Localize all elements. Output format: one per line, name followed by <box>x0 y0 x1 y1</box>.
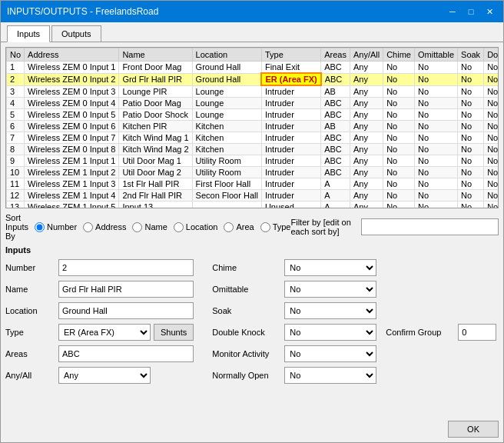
areas-label: Areas <box>5 349 55 358</box>
sort-address-radio[interactable] <box>83 222 93 232</box>
table-row[interactable]: 7Wireless ZEM 0 Input 7Kitch Wind Mag 1K… <box>7 132 499 144</box>
number-input[interactable] <box>58 259 194 276</box>
soak-label: Soak <box>212 306 281 315</box>
sort-area-radio[interactable] <box>224 222 234 232</box>
monitor-row: Monitor Activity No Yes <box>212 345 496 362</box>
soak-row: Soak No Yes <box>212 302 496 319</box>
confirm-group-input[interactable] <box>458 324 496 341</box>
monitor-label: Monitor Activity <box>212 349 281 358</box>
col-header-no: No <box>7 48 25 62</box>
tab-outputs[interactable]: Outputs <box>51 25 101 42</box>
sort-label: Sort Inputs By <box>5 213 28 241</box>
sort-address-label[interactable]: Address <box>83 222 126 232</box>
maximize-button[interactable]: □ <box>463 4 479 19</box>
col-header-omit: Omittable <box>414 48 457 62</box>
col-header-type: Type <box>261 48 320 62</box>
anyall-select[interactable]: Any All <box>58 367 151 384</box>
title-bar-controls: ─ □ ✕ <box>445 4 497 19</box>
table-row[interactable]: 11Wireless ZEM 1 Input 31st Flr Hall PIR… <box>7 178 499 190</box>
table-row[interactable]: 8Wireless ZEM 0 Input 8Kitch Wind Mag 2K… <box>7 144 499 155</box>
right-panel: Chime No Yes Omittable No Yes Soak <box>212 259 496 386</box>
tab-bar: Inputs Outputs <box>1 22 503 42</box>
col-header-areas: Areas <box>321 48 350 62</box>
bottom-row: OK <box>5 421 499 438</box>
anyall-label: Any/All <box>5 371 55 380</box>
sort-filter-row: Sort Inputs By Number Address Name Locat… <box>5 213 499 241</box>
window-title: INPUTS/OUTPUTS - FreelandsRoad <box>7 6 158 17</box>
table-row[interactable]: 2Wireless ZEM 0 Input 2Grd Flr Hall PIRG… <box>7 73 499 85</box>
omit-label: Omittable <box>212 285 281 294</box>
table-row[interactable]: 9Wireless ZEM 1 Input 1Util Door Mag 1Ut… <box>7 155 499 167</box>
normopen-label: Normally Open <box>212 371 281 380</box>
name-input[interactable] <box>58 281 194 298</box>
table-row[interactable]: 10Wireless ZEM 1 Input 2Util Door Mag 2U… <box>7 167 499 178</box>
location-row: Location <box>5 302 194 319</box>
col-header-dout: Dout <box>484 48 499 62</box>
title-bar: INPUTS/OUTPUTS - FreelandsRoad ─ □ ✕ <box>1 1 503 22</box>
areas-input[interactable] <box>58 345 194 362</box>
number-row: Number <box>5 259 194 276</box>
minimize-button[interactable]: ─ <box>445 4 460 19</box>
col-header-soak: Soak <box>458 48 484 62</box>
sort-number-label[interactable]: Number <box>35 222 77 232</box>
filter-input[interactable] <box>361 218 499 235</box>
close-button[interactable]: ✕ <box>482 4 497 19</box>
omit-row: Omittable No Yes <box>212 281 496 298</box>
ok-button[interactable]: OK <box>448 421 499 438</box>
monitor-select[interactable]: No Yes <box>284 345 376 362</box>
chime-label: Chime <box>212 263 281 272</box>
tab-inputs[interactable]: Inputs <box>7 25 50 42</box>
col-header-location: Location <box>192 48 261 62</box>
col-header-address: Address <box>25 48 119 62</box>
sort-location-label[interactable]: Location <box>174 222 218 232</box>
table-row[interactable]: 5Wireless ZEM 0 Input 5Patio Door ShockL… <box>7 109 499 121</box>
shunts-button[interactable]: Shunts <box>154 324 194 341</box>
inputs-table: No Address Name Location Type Areas Any/… <box>6 48 499 208</box>
sort-number-radio[interactable] <box>35 222 45 232</box>
anyall-row: Any/All Any All <box>5 367 194 384</box>
table-row[interactable]: 12Wireless ZEM 1 Input 42nd Flr Hall PIR… <box>7 190 499 202</box>
chime-row: Chime No Yes <box>212 259 496 276</box>
sort-section: Sort Inputs By Number Address Name Locat… <box>5 213 291 241</box>
sort-location-radio[interactable] <box>174 222 184 232</box>
inputs-table-container[interactable]: No Address Name Location Type Areas Any/… <box>5 47 499 208</box>
left-panel: Number Name Location Type ER (Area FX) F… <box>5 259 194 386</box>
sort-type-radio[interactable] <box>260 222 270 232</box>
location-label: Location <box>5 306 55 315</box>
type-row: Type ER (Area FX) Final Exit Intruder Un… <box>5 324 194 341</box>
table-row[interactable]: 1Wireless ZEM 0 Input 1Front Door MagGro… <box>7 62 499 74</box>
type-label: Type <box>5 328 55 337</box>
soak-select[interactable]: No Yes <box>284 302 376 319</box>
dblknock-row: Double Knock No Yes Confirm Group <box>212 324 496 341</box>
name-row: Name <box>5 281 194 298</box>
dblknock-label: Double Knock <box>212 328 281 337</box>
location-input[interactable] <box>58 302 194 319</box>
areas-row: Areas <box>5 345 194 362</box>
number-label: Number <box>5 263 55 272</box>
table-row[interactable]: 13Wireless ZEM 1 Input 5Input 13UnusedAA… <box>7 202 499 209</box>
col-header-chime: Chime <box>383 48 415 62</box>
type-select[interactable]: ER (Area FX) Final Exit Intruder Unused <box>58 324 151 341</box>
table-row[interactable]: 3Wireless ZEM 0 Input 3Lounge PIRLoungeI… <box>7 85 499 98</box>
sort-area-label[interactable]: Area <box>224 222 254 232</box>
sort-name-label[interactable]: Name <box>132 222 167 232</box>
sort-name-radio[interactable] <box>132 222 142 232</box>
main-window: INPUTS/OUTPUTS - FreelandsRoad ─ □ ✕ Inp… <box>0 0 504 443</box>
normopen-row: Normally Open No Yes <box>212 367 496 384</box>
confirm-group-label: Confirm Group <box>386 328 455 337</box>
name-label: Name <box>5 285 55 294</box>
filter-label: Filter by [edit on each sort by] <box>291 218 356 236</box>
filter-section: Filter by [edit on each sort by] <box>291 218 499 236</box>
normopen-select[interactable]: No Yes <box>284 367 376 384</box>
main-content: No Address Name Location Type Areas Any/… <box>1 42 503 442</box>
chime-select[interactable]: No Yes <box>284 259 376 276</box>
table-row[interactable]: 4Wireless ZEM 0 Input 4Patio Door MagLou… <box>7 98 499 109</box>
table-row[interactable]: 6Wireless ZEM 0 Input 6Kitchen PIRKitche… <box>7 121 499 132</box>
col-header-anyall: Any/All <box>350 48 383 62</box>
col-header-name: Name <box>119 48 192 62</box>
inputs-label: Inputs <box>5 245 499 255</box>
sort-type-label[interactable]: Type <box>260 222 291 232</box>
dblknock-select[interactable]: No Yes <box>284 324 376 341</box>
inputs-fields: Number Name Location Type ER (Area FX) F… <box>5 259 499 386</box>
omit-select[interactable]: No Yes <box>284 281 376 298</box>
